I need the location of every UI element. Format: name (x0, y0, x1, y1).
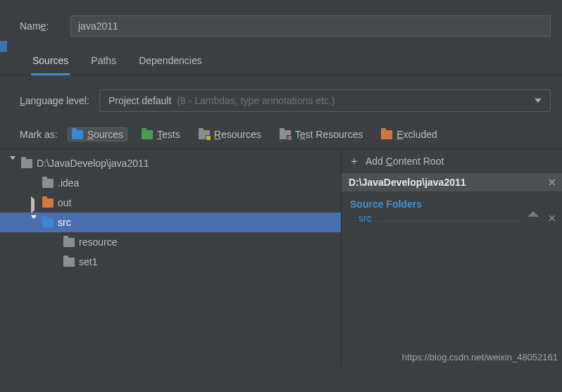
tree-idea[interactable]: .idea (0, 173, 341, 193)
expand-icon[interactable] (31, 219, 38, 226)
expand-icon[interactable] (10, 160, 17, 167)
name-label: Name: (20, 20, 70, 32)
folder-icon (63, 238, 75, 247)
directory-tree[interactable]: D:\JavaDevelop\java2011 .idea out src re… (0, 148, 342, 365)
mark-resources[interactable]: Resources (194, 127, 266, 141)
folder-tests-icon (142, 130, 153, 139)
mark-as-label: Mark as: (20, 129, 58, 140)
mark-test-resources[interactable]: Test Resources (275, 127, 368, 141)
folder-icon (42, 198, 54, 208)
tabs: Sources Paths Dependencies (0, 37, 562, 75)
folder-icon (63, 258, 75, 267)
add-content-root-label: Add Content Root (366, 156, 444, 167)
expand-icon[interactable] (31, 199, 38, 206)
language-level-value: Project default (8 - Lambdas, type annot… (108, 95, 335, 106)
folder-icon (42, 179, 54, 188)
mark-test-resources-label: Test Resources (295, 129, 363, 140)
folder-icon (42, 218, 54, 227)
folder-icon (21, 159, 32, 168)
language-level-hint: (8 - Lambdas, type annotations etc.) (177, 95, 335, 106)
name-input[interactable] (70, 15, 551, 37)
plus-icon: ＋ (349, 154, 360, 169)
mark-excluded[interactable]: Excluded (377, 127, 442, 141)
mark-tests-label: Tests (157, 129, 180, 140)
lower-split: D:\JavaDevelop\java2011 .idea out src re… (0, 148, 562, 365)
content-root-path-label: D:\JavaDevelop\java2011 (349, 177, 466, 188)
tree-set1-label: set1 (79, 256, 97, 267)
spacer (31, 179, 38, 186)
tree-src-label: src (58, 217, 71, 228)
close-icon[interactable]: ✕ (548, 177, 556, 188)
source-folders-title: Source Folders (342, 191, 562, 211)
tree-root-label: D:\JavaDevelop\java2011 (37, 158, 149, 169)
source-folder-item[interactable]: src ✕ (342, 211, 562, 224)
mark-as-row: Mark as: Sources Tests Resources Test Re… (0, 112, 562, 148)
tab-paths[interactable]: Paths (89, 55, 118, 75)
content-root-panel: ＋ Add Content Root D:\JavaDevelop\java20… (342, 148, 562, 365)
language-level-select[interactable]: Project default (8 - Lambdas, type annot… (99, 89, 551, 112)
tree-idea-label: .idea (58, 177, 79, 189)
name-row: Name: (0, 0, 562, 37)
folder-sources-icon (72, 130, 83, 139)
mark-tests[interactable]: Tests (137, 127, 185, 141)
spacer (52, 258, 59, 265)
close-icon[interactable]: ✕ (548, 213, 556, 224)
folder-test-resources-icon (280, 130, 291, 139)
tree-root[interactable]: D:\JavaDevelop\java2011 (0, 153, 341, 173)
left-accent (0, 41, 7, 52)
mark-resources-label: Resources (214, 129, 261, 140)
mark-sources[interactable]: Sources (68, 127, 127, 141)
language-level-text: Project default (108, 95, 172, 106)
watermark: https://blog.csdn.net/weixin_48052161 (402, 352, 558, 362)
tree-resource[interactable]: resource (0, 232, 341, 252)
mark-excluded-label: Excluded (396, 129, 437, 140)
content-root-path[interactable]: D:\JavaDevelop\java2011 ✕ (342, 173, 562, 191)
folder-excluded-icon (381, 130, 392, 139)
source-folder-label: src (358, 213, 372, 224)
spacer (52, 239, 59, 246)
language-level-label: Language level: (20, 95, 89, 106)
chevron-down-icon (535, 99, 542, 103)
pencil-icon[interactable] (526, 211, 540, 225)
language-level-row: Language level: Project default (8 - Lam… (0, 75, 562, 112)
folder-resources-icon (199, 130, 210, 139)
tab-sources[interactable]: Sources (31, 55, 70, 75)
add-content-root[interactable]: ＋ Add Content Root (342, 149, 562, 173)
mark-sources-label: Sources (87, 129, 123, 140)
tree-out[interactable]: out (0, 193, 341, 213)
tree-set1[interactable]: set1 (0, 252, 341, 272)
tree-out-label: out (58, 197, 71, 208)
tree-resource-label: resource (79, 236, 117, 248)
tree-src[interactable]: src (0, 213, 341, 232)
tab-dependencies[interactable]: Dependencies (137, 55, 204, 75)
filler-line (379, 215, 520, 222)
